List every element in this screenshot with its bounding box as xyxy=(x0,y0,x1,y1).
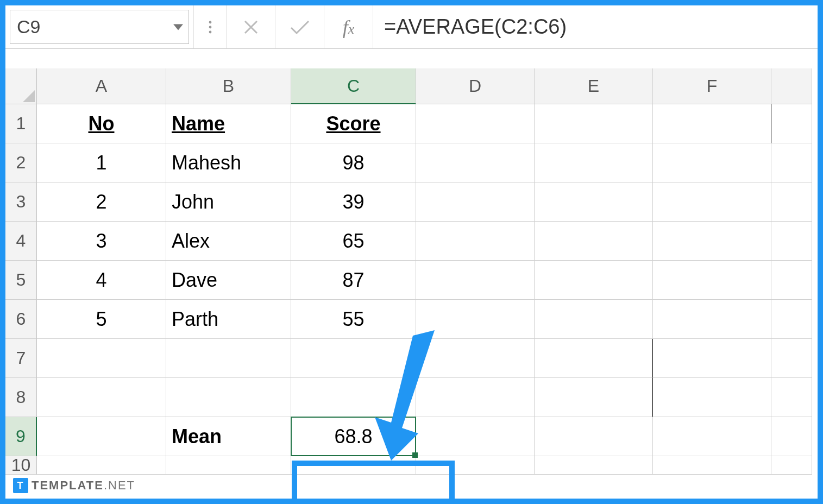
row-header-9[interactable]: 9 xyxy=(5,417,37,456)
cell-G4[interactable] xyxy=(771,222,812,261)
cell-G1[interactable] xyxy=(771,104,812,143)
cell-A7[interactable] xyxy=(37,339,166,378)
cell-A3[interactable]: 2 xyxy=(37,182,166,222)
cell-F7[interactable] xyxy=(653,339,771,378)
cell-D5[interactable] xyxy=(416,261,535,300)
cell-C7[interactable] xyxy=(291,339,416,378)
svg-point-2 xyxy=(209,30,211,33)
fx-icon[interactable]: fx xyxy=(324,5,373,48)
row-header-2[interactable]: 2 xyxy=(5,143,37,182)
cell-D4[interactable] xyxy=(416,222,535,261)
cell-C1[interactable]: Score xyxy=(291,104,416,143)
row-header-3[interactable]: 3 xyxy=(5,182,37,222)
cell-F6[interactable] xyxy=(653,300,771,339)
cell-E8[interactable] xyxy=(535,378,653,417)
cell-G2[interactable] xyxy=(771,143,812,182)
cell-G7[interactable] xyxy=(771,339,812,378)
enter-icon[interactable] xyxy=(275,5,324,48)
cell-A1[interactable]: No xyxy=(37,104,166,143)
cell-A2[interactable]: 1 xyxy=(37,143,166,182)
cell-B8[interactable] xyxy=(166,378,291,417)
cell-B5[interactable]: Dave xyxy=(166,261,291,300)
cell-E5[interactable] xyxy=(535,261,653,300)
cell-F2[interactable] xyxy=(653,143,771,182)
cell-F5[interactable] xyxy=(653,261,771,300)
cell-B3[interactable]: John xyxy=(166,182,291,222)
cell-G6[interactable] xyxy=(771,300,812,339)
cell-F8[interactable] xyxy=(653,378,771,417)
col-header-B[interactable]: B xyxy=(166,68,291,104)
col-header-F[interactable]: F xyxy=(653,68,771,104)
cell-G3[interactable] xyxy=(771,182,812,222)
cell-C8[interactable] xyxy=(291,378,416,417)
cell-G8[interactable] xyxy=(771,378,812,417)
row-header-4[interactable]: 4 xyxy=(5,222,37,261)
cell-C5[interactable]: 87 xyxy=(291,261,416,300)
cell-B7[interactable] xyxy=(166,339,291,378)
row-header-6[interactable]: 6 xyxy=(5,300,37,339)
col-header-D[interactable]: D xyxy=(416,68,535,104)
cell-D8[interactable] xyxy=(416,378,535,417)
row-header-1[interactable]: 1 xyxy=(5,104,37,143)
cell-B6[interactable]: Parth xyxy=(166,300,291,339)
cell-F3[interactable] xyxy=(653,182,771,222)
cell-E9[interactable] xyxy=(535,417,653,456)
cell-B10[interactable] xyxy=(166,456,291,475)
cell-E1[interactable] xyxy=(535,104,653,143)
customize-icon[interactable] xyxy=(193,5,226,48)
cell-G10[interactable] xyxy=(771,456,812,475)
cell-D3[interactable] xyxy=(416,182,535,222)
chevron-down-icon[interactable] xyxy=(173,24,183,30)
col-header-E[interactable]: E xyxy=(535,68,653,104)
cell-F10[interactable] xyxy=(653,456,771,475)
cell-F9[interactable] xyxy=(653,417,771,456)
cell-E4[interactable] xyxy=(535,222,653,261)
row-header-8[interactable]: 8 xyxy=(5,378,37,417)
cell-F4[interactable] xyxy=(653,222,771,261)
cell-A5[interactable]: 4 xyxy=(37,261,166,300)
cell-C9[interactable]: 68.8 xyxy=(291,417,416,456)
cell-E3[interactable] xyxy=(535,182,653,222)
cell-A6[interactable]: 5 xyxy=(37,300,166,339)
row-header-7[interactable]: 7 xyxy=(5,339,37,378)
cell-G5[interactable] xyxy=(771,261,812,300)
cell-B9[interactable]: Mean xyxy=(166,417,291,456)
cell-E10[interactable] xyxy=(535,456,653,475)
cell-C10[interactable] xyxy=(291,456,416,475)
cell-F1[interactable] xyxy=(653,104,771,143)
fill-handle[interactable] xyxy=(412,452,418,458)
cell-C4[interactable]: 65 xyxy=(291,222,416,261)
cell-A9[interactable] xyxy=(37,417,166,456)
cell-A4[interactable]: 3 xyxy=(37,222,166,261)
name-box[interactable]: C9 xyxy=(10,10,189,44)
row-header-5[interactable]: 5 xyxy=(5,261,37,300)
cell-A8[interactable] xyxy=(37,378,166,417)
cell-E6[interactable] xyxy=(535,300,653,339)
select-all-corner[interactable] xyxy=(5,68,37,104)
cell-A10[interactable] xyxy=(37,456,166,475)
cell-C2[interactable]: 98 xyxy=(291,143,416,182)
cell-G9[interactable] xyxy=(771,417,812,456)
cell-D6[interactable] xyxy=(416,300,535,339)
cell-C3[interactable]: 39 xyxy=(291,182,416,222)
cell-D7[interactable] xyxy=(416,339,535,378)
cell-B1[interactable]: Name xyxy=(166,104,291,143)
spreadsheet-grid[interactable]: A B C D E F 1 No Name Score 2 1 Mahesh 9… xyxy=(5,68,818,475)
cell-B4[interactable]: Alex xyxy=(166,222,291,261)
cell-D1[interactable] xyxy=(416,104,535,143)
cell-D9[interactable] xyxy=(416,417,535,456)
cell-C6[interactable]: 55 xyxy=(291,300,416,339)
svg-point-0 xyxy=(209,21,211,23)
cell-D2[interactable] xyxy=(416,143,535,182)
col-header-C[interactable]: C xyxy=(291,68,416,104)
cell-E2[interactable] xyxy=(535,143,653,182)
cancel-icon[interactable] xyxy=(226,5,275,48)
svg-point-1 xyxy=(209,26,211,28)
row-header-10[interactable]: 10 xyxy=(5,456,37,475)
cell-E7[interactable] xyxy=(535,339,653,378)
cell-B2[interactable]: Mahesh xyxy=(166,143,291,182)
formula-input[interactable]: =AVERAGE(C2:C6) xyxy=(373,5,818,48)
col-header-extra[interactable] xyxy=(771,68,812,104)
cell-D10[interactable] xyxy=(416,456,535,475)
col-header-A[interactable]: A xyxy=(37,68,166,104)
